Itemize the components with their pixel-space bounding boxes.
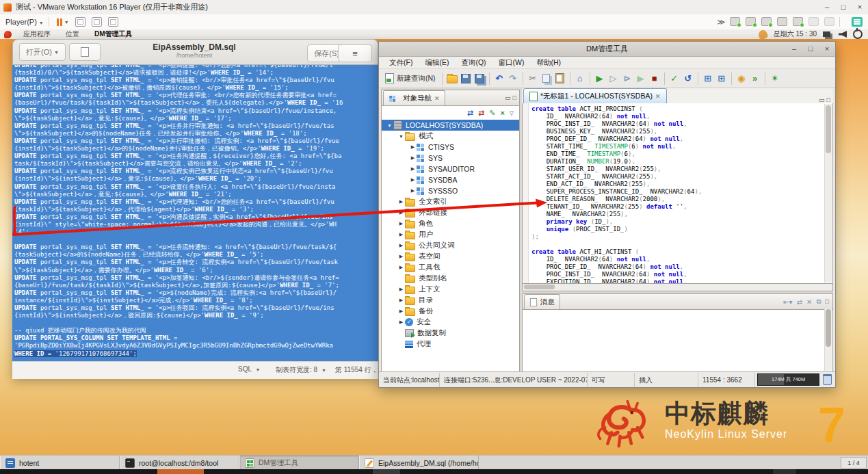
tree-item-备份[interactable]: ▶备份: [382, 306, 519, 317]
close-connection-icon[interactable]: ×: [500, 109, 504, 117]
tree-expander-icon[interactable]: ▶: [397, 308, 405, 314]
clear-icon[interactable]: ✕: [806, 298, 812, 306]
dm-close-button[interactable]: ×: [819, 43, 835, 55]
printer-icon[interactable]: [777, 17, 787, 26]
redo-icon[interactable]: ↷: [506, 72, 520, 85]
unity-icon[interactable]: [108, 17, 118, 27]
tree-item-SYSAUDITOR[interactable]: ▶SYSAUDITOR: [382, 163, 519, 174]
save-all-icon[interactable]: [473, 72, 486, 85]
cut-icon[interactable]: ✂: [526, 72, 540, 85]
edit-connection-icon[interactable]: ✎: [489, 109, 495, 118]
execute-icon[interactable]: ▶: [593, 72, 607, 85]
messages-scrollbar[interactable]: [824, 308, 832, 371]
sound-icon[interactable]: [793, 17, 803, 26]
taskbar-item-DM管理工具[interactable]: DM管理工具: [239, 456, 359, 470]
gedit-text-area[interactable]: UPDATE portal_sys_msg_tpl SET HTML_ = '<…: [12, 65, 378, 361]
tree-expander-icon[interactable]: ▶: [397, 265, 405, 270]
tree-item-类型别名[interactable]: 类型别名: [382, 273, 519, 284]
tree-expander-icon[interactable]: ▶: [409, 155, 417, 161]
tree-item-SYS[interactable]: ▶SYS: [382, 153, 519, 163]
tree-expander-icon[interactable]: ▶: [409, 188, 417, 194]
tree-item-数据复制[interactable]: 数据复制: [382, 328, 519, 339]
garbage-collect-icon[interactable]: [823, 374, 832, 385]
vmware-notes-icon[interactable]: [852, 17, 863, 27]
copy-icon[interactable]: ⧉: [816, 298, 821, 306]
tree-expander-icon[interactable]: ▶: [397, 199, 405, 205]
tab-object-navigator[interactable]: 对象导航 ✕: [383, 90, 445, 105]
network-icon[interactable]: [823, 31, 830, 37]
tree-item-工具包[interactable]: ▶工具包: [382, 262, 519, 273]
vmware-maximize-button[interactable]: □: [835, 1, 852, 14]
execute-current-icon[interactable]: ▷: [607, 72, 620, 85]
tree-expander-icon[interactable]: ▶: [409, 166, 417, 172]
dm-minimize-button[interactable]: –: [786, 43, 802, 55]
heap-status-widget[interactable]: 174M 共 740M: [757, 373, 819, 386]
step-icon[interactable]: ⊳: [620, 72, 634, 85]
result-grid-icon[interactable]: ⊞: [701, 72, 715, 85]
clock[interactable]: 星期六 15 : 30: [774, 29, 817, 39]
panel-menu-DM管理工具[interactable]: DM管理工具: [87, 30, 140, 38]
open-icon[interactable]: [445, 72, 459, 85]
new-document-button[interactable]: [69, 43, 101, 61]
tree-item-SYSDBA[interactable]: ▶SYSDBA: [382, 174, 519, 185]
debug-icon[interactable]: ✶: [768, 72, 782, 85]
lock-scroll-icon[interactable]: ⇤▾: [783, 298, 792, 306]
tree-expander-icon[interactable]: ▶: [397, 319, 405, 325]
taskbar-item-hotent[interactable]: hotent: [0, 456, 120, 470]
tree-item-上下文[interactable]: ▶上下文: [382, 284, 519, 295]
dm-menu-窗口(W)[interactable]: 窗口(W): [492, 58, 531, 68]
tab-untitled1[interactable]: *无标题1 - LOCALHOST(SYSDBA) ✕: [523, 88, 667, 103]
execute-plan-icon[interactable]: ▶: [634, 72, 648, 85]
commit-icon[interactable]: ✓: [668, 72, 681, 85]
tree-item-全文索引[interactable]: ▶全文索引: [382, 196, 519, 207]
panel-menu-位置[interactable]: 位置: [58, 30, 87, 38]
tree-item-安全[interactable]: ▶安全: [382, 317, 519, 328]
maximize-panel-icon[interactable]: □: [513, 94, 516, 101]
tree-expander-icon[interactable]: ▶: [397, 298, 405, 303]
tree-item-公共同义词[interactable]: ▶公共同义词: [382, 240, 519, 251]
vmware-minimize-button[interactable]: –: [819, 1, 835, 14]
minimize-panel-icon[interactable]: ▭: [819, 96, 825, 103]
result-grid-2-icon[interactable]: ⊞: [715, 72, 728, 85]
dm-menu-文件(F)[interactable]: 文件(F): [383, 58, 419, 68]
rollback-icon[interactable]: ↺: [681, 72, 695, 85]
disconnect-icon[interactable]: ⇄: [478, 109, 484, 118]
messages-body[interactable]: [523, 308, 832, 371]
tree-expander-icon[interactable]: ▶: [409, 144, 417, 150]
clock-sync-icon[interactable]: [746, 17, 756, 26]
taskbar-item-root@localhost:/dm8/tool[interactable]: root@localhost:/dm8/tool: [120, 456, 239, 470]
undo-icon[interactable]: ↶: [492, 72, 506, 85]
copy-icon[interactable]: [540, 72, 553, 85]
volume-icon[interactable]: [839, 31, 847, 38]
dm-menu-帮助(H)[interactable]: 帮助(H): [531, 58, 568, 68]
tree-expander-icon[interactable]: ▶: [397, 287, 405, 292]
editor-vertical-scrollbar[interactable]: [824, 104, 832, 282]
tree-expander-icon[interactable]: ▼: [386, 123, 393, 128]
sql-editor[interactable]: create table ACT_HI_PROCINST ( ID_ NVARC…: [522, 103, 833, 284]
neokylin-menu-icon[interactable]: [4, 31, 12, 38]
player-menu[interactable]: Player(P)▼: [5, 18, 44, 26]
detach-icon[interactable]: [824, 17, 834, 26]
taskbar-item-EipAssembly_DM.sql (/home/hoten···[interactable]: EipAssembly_DM.sql (/home/hoten···: [359, 456, 479, 470]
tree-item-模式[interactable]: ▼模式: [382, 131, 519, 142]
tree-expander-icon[interactable]: ▼: [397, 134, 405, 139]
tree-item-用户[interactable]: ▶用户: [382, 229, 519, 240]
hamburger-menu-icon[interactable]: ≡: [338, 44, 372, 62]
input-method-icon[interactable]: [757, 29, 768, 40]
device-overflow-icon[interactable]: ≫: [717, 18, 724, 27]
tree-item-LOCALHOST(SYSDBA)[interactable]: ▼LOCALHOST(SYSDBA): [382, 120, 519, 131]
fullscreen-icon[interactable]: [92, 17, 102, 27]
tree-expander-icon[interactable]: ▶: [397, 221, 405, 226]
close-icon[interactable]: ✕: [434, 95, 440, 102]
maximize-panel-icon[interactable]: □: [826, 298, 829, 305]
tree-expander-icon[interactable]: ▶: [409, 177, 417, 183]
language-selector[interactable]: SQL ▼: [238, 365, 260, 373]
dm-menu-编辑(E)[interactable]: 编辑(E): [419, 58, 455, 68]
suspend-button[interactable]: [57, 18, 62, 26]
close-icon[interactable]: ✕: [655, 93, 661, 100]
tree-item-角色[interactable]: ▶角色: [382, 218, 519, 229]
tree-item-目录[interactable]: ▶目录: [382, 295, 519, 306]
dm-menu-查询(Q)[interactable]: 查询(Q): [455, 58, 492, 68]
tree-expander-icon[interactable]: ▶: [397, 254, 405, 259]
tree-item-代理[interactable]: 代理: [382, 339, 519, 350]
